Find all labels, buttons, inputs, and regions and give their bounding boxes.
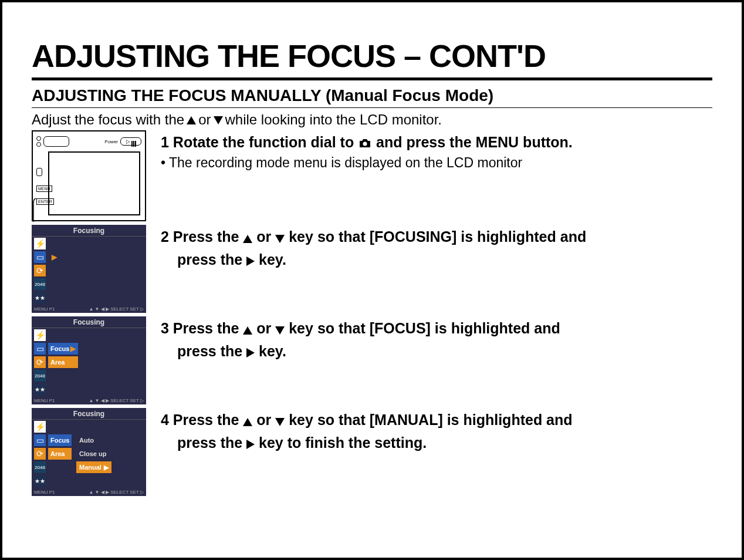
flash-icon: ⚡ (34, 421, 46, 433)
triangle-up-icon (243, 410, 252, 433)
lcd1-footer-right: ▲ ▼ ◀ ▶ SELECT SET ▷ (89, 306, 144, 312)
quality-icon: ★★ (34, 383, 46, 395)
step4-l1-mid: or (256, 411, 275, 428)
triangle-up-icon (243, 319, 252, 341)
focus-frame-icon: ▭ (34, 434, 46, 446)
lcd2-focus-row: Focus▶ (48, 343, 78, 355)
step3-l1-post: key so that [FOCUS] is highlighted and (289, 320, 560, 336)
timer-icon: ⟳ (34, 265, 46, 276)
flash-icon: ⚡ (34, 238, 46, 249)
camera-mode-icon (358, 137, 372, 149)
step2-l1-post: key so that [FOCUSING] is highlighted an… (289, 228, 586, 245)
flash-icon: ⚡ (34, 329, 46, 341)
triangle-right-icon (246, 250, 255, 272)
intro-post: while looking into the LCD monitor. (225, 112, 442, 128)
svg-rect-1 (133, 141, 134, 147)
lcd3-title: Focusing (32, 408, 146, 420)
step3-l2-pre: press the (177, 343, 246, 359)
focus-frame-icon: ▭ (34, 251, 46, 263)
svg-rect-2 (135, 141, 136, 147)
lcd-figure-3: Focusing ⚡ ▭ ⟳ 2048 ★★ Focus Area Auto C… (32, 408, 149, 496)
title-underline (32, 77, 712, 80)
section-subtitle: ADJUSTING THE FOCUS MANUALLY (Manual Foc… (32, 86, 712, 105)
size-icon: 2048 (34, 461, 46, 473)
intro-text: Adjust the focus with the or while looki… (32, 112, 712, 128)
step2-row: Focusing ⚡ ▭ ⟳ 2048 ★★ ▶ MENU P1 ▲ ▼ ◀ ▶… (32, 225, 712, 313)
size-icon: 2048 (34, 278, 46, 290)
lcd-screen-2: Focusing ⚡ ▭ ⟳ 2048 ★★ Focus▶ Area MENU … (32, 316, 146, 404)
quality-icon: ★★ (34, 475, 46, 487)
intro-mid: or (198, 112, 211, 128)
step4-l2-pre: press the (177, 434, 246, 451)
step1-row: Power ▷ MENU ENTER 1 Rotate the function… (32, 130, 712, 221)
intro-pre: Adjust the focus with the (32, 112, 184, 128)
step1-note: • The recording mode menu is displayed o… (161, 155, 712, 171)
timer-icon: ⟳ (34, 356, 46, 368)
camera-screen-outline (48, 151, 140, 215)
triangle-down-icon (275, 227, 285, 249)
page-title: ADJUSTING THE FOCUS – CONT'D (32, 38, 712, 74)
lcd3-opt-manual: Manual▶ (76, 461, 111, 473)
step4-l2-post: key to finish the setting. (259, 434, 427, 451)
focus-frame-icon: ▭ (34, 343, 46, 355)
lcd3-opt-auto: Auto (76, 434, 111, 446)
lcd3-footer-left: MENU P1 (34, 490, 55, 495)
step3-l2-post: key. (259, 343, 286, 359)
step2-text: 2 Press the or key so that [FOCUSING] is… (161, 225, 712, 272)
step1-bold-pre: 1 Rotate the function dial to (161, 134, 358, 150)
step3-row: Focusing ⚡ ▭ ⟳ 2048 ★★ Focus▶ Area MENU … (32, 316, 712, 404)
step2-l1-pre: 2 Press the (161, 228, 243, 245)
lcd2-footer-right: ▲ ▼ ◀ ▶ SELECT SET ▷ (89, 398, 144, 403)
step3-l1-mid: or (256, 320, 275, 336)
triangle-up-icon (243, 227, 252, 249)
step4-l1-post: key so that [MANUAL] is highlighted and (289, 411, 572, 428)
step3-l1-pre: 3 Press the (161, 320, 243, 336)
lcd-screen-3: Focusing ⚡ ▭ ⟳ 2048 ★★ Focus Area Auto C… (32, 408, 146, 496)
subtitle-underline (32, 107, 712, 108)
lcd1-title: Focusing (32, 225, 146, 237)
lcd-figure-1: Focusing ⚡ ▭ ⟳ 2048 ★★ ▶ MENU P1 ▲ ▼ ◀ ▶… (32, 225, 149, 313)
triangle-down-icon (275, 410, 285, 433)
step2-l1-mid: or (256, 228, 275, 245)
lcd3-opt-closeup: Close up (76, 448, 111, 460)
triangle-right-icon (246, 342, 255, 364)
svg-rect-0 (131, 141, 133, 147)
lcd2-footer-left: MENU P1 (34, 398, 55, 403)
quality-icon: ★★ (34, 292, 46, 303)
camera-figure: Power ▷ MENU ENTER (32, 130, 149, 221)
lcd3-area-row: Area (48, 448, 72, 460)
lcd2-title: Focusing (32, 316, 146, 328)
step4-l1-pre: 4 Press the (161, 411, 243, 428)
size-icon: 2048 (34, 370, 46, 382)
power-label: Power (104, 139, 118, 144)
step4-text: 4 Press the or key so that [MANUAL] is h… (161, 408, 712, 455)
triangle-down-icon (214, 112, 223, 128)
lcd-figure-2: Focusing ⚡ ▭ ⟳ 2048 ★★ Focus▶ Area MENU … (32, 316, 149, 404)
step1-bold-post: and press the MENU button. (376, 134, 573, 150)
lcd2-area-row: Area (48, 356, 78, 368)
lcd3-footer-right: ▲ ▼ ◀ ▶ SELECT SET ▷ (89, 490, 144, 495)
lcd1-footer-left: MENU P1 (34, 306, 55, 312)
svg-point-3 (363, 142, 367, 146)
step3-text: 3 Press the or key so that [FOCUS] is hi… (161, 316, 712, 363)
triangle-right-icon (246, 433, 255, 456)
manual-page: ADJUSTING THE FOCUS – CONT'D ADJUSTING T… (0, 0, 744, 560)
step4-row: Focusing ⚡ ▭ ⟳ 2048 ★★ Focus Area Auto C… (32, 408, 712, 496)
timer-icon: ⟳ (34, 448, 46, 460)
triangle-down-icon (275, 319, 285, 341)
step1-text: 1 Rotate the function dial to and press … (161, 130, 712, 171)
triangle-up-icon (187, 112, 196, 128)
step2-l2-post: key. (259, 251, 286, 268)
step2-l2-pre: press the (177, 251, 246, 268)
lcd3-focus-row: Focus (48, 434, 72, 446)
camera-diagram: Power ▷ MENU ENTER (32, 130, 146, 221)
side-button-icon (36, 168, 42, 176)
lcd-screen-1: Focusing ⚡ ▭ ⟳ 2048 ★★ ▶ MENU P1 ▲ ▼ ◀ ▶… (32, 225, 146, 313)
lcd1-row2: ▶ (48, 251, 59, 263)
